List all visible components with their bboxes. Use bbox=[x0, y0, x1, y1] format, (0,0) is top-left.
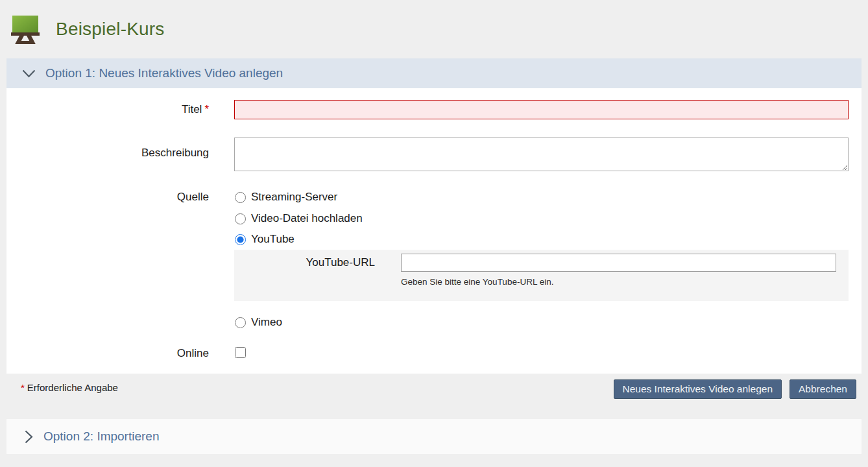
source-label: Quelle bbox=[6, 191, 209, 329]
form-footer: *Erforderliche Angabe Neues Interaktives… bbox=[6, 374, 862, 417]
accordion-header-option2[interactable]: Option 2: Importieren bbox=[6, 419, 862, 454]
form-row-title: Titel* bbox=[6, 100, 849, 119]
form-panel-option1: Option 1: Neues Interaktives Video anleg… bbox=[6, 58, 862, 417]
chevron-right-icon bbox=[25, 430, 33, 444]
description-textarea[interactable] bbox=[234, 138, 849, 171]
title-label: Titel* bbox=[6, 100, 209, 119]
online-label: Online bbox=[6, 347, 209, 360]
chevron-down-icon bbox=[22, 69, 36, 78]
form-row-source: Quelle Streaming-Server Video-Datei hoch… bbox=[6, 191, 849, 329]
source-option-vimeo: Vimeo bbox=[234, 316, 849, 329]
accordion-title-option2: Option 2: Importieren bbox=[43, 429, 159, 444]
page-title: Beispiel-Kurs bbox=[56, 19, 165, 40]
accordion-header-option1[interactable]: Option 1: Neues Interaktives Video anleg… bbox=[6, 58, 862, 88]
form-body: Titel* Beschreibung Quelle Streaming-Ser… bbox=[6, 88, 862, 374]
source-option-streaming: Streaming-Server bbox=[234, 191, 849, 204]
radio-label-vimeo: Vimeo bbox=[251, 316, 282, 329]
cancel-button[interactable]: Abbrechen bbox=[790, 379, 856, 399]
source-option-upload: Video-Datei hochladen bbox=[234, 212, 849, 225]
youtube-url-label: YouTube-URL bbox=[234, 256, 375, 269]
radio-video-upload[interactable] bbox=[235, 213, 246, 224]
accordion-title-option1: Option 1: Neues Interaktives Video anleg… bbox=[45, 66, 283, 80]
source-option-youtube: YouTube bbox=[234, 233, 849, 246]
online-checkbox[interactable] bbox=[235, 347, 246, 358]
required-asterisk: * bbox=[21, 382, 25, 393]
radio-vimeo[interactable] bbox=[235, 317, 246, 328]
youtube-url-input[interactable] bbox=[401, 254, 836, 272]
radio-youtube[interactable] bbox=[235, 234, 246, 245]
youtube-subpanel: YouTube-URL Geben Sie bitte eine YouTube… bbox=[234, 250, 849, 301]
course-icon bbox=[10, 14, 40, 44]
radio-streaming-server[interactable] bbox=[235, 192, 246, 203]
form-row-online: Online bbox=[6, 346, 849, 361]
radio-label-streaming-server: Streaming-Server bbox=[251, 191, 337, 204]
radio-label-video-upload: Video-Datei hochladen bbox=[251, 212, 363, 225]
required-note: *Erforderliche Angabe bbox=[21, 374, 118, 393]
title-input[interactable] bbox=[234, 100, 849, 119]
youtube-url-hint: Geben Sie bitte eine YouTube-URL ein. bbox=[401, 277, 849, 287]
description-label: Beschreibung bbox=[6, 138, 209, 174]
page-header: Beispiel-Kurs bbox=[0, 0, 868, 58]
form-row-description: Beschreibung bbox=[6, 138, 849, 174]
radio-label-youtube: YouTube bbox=[251, 233, 295, 246]
submit-button[interactable]: Neues Interaktives Video anlegen bbox=[614, 379, 782, 399]
required-asterisk: * bbox=[204, 103, 209, 115]
